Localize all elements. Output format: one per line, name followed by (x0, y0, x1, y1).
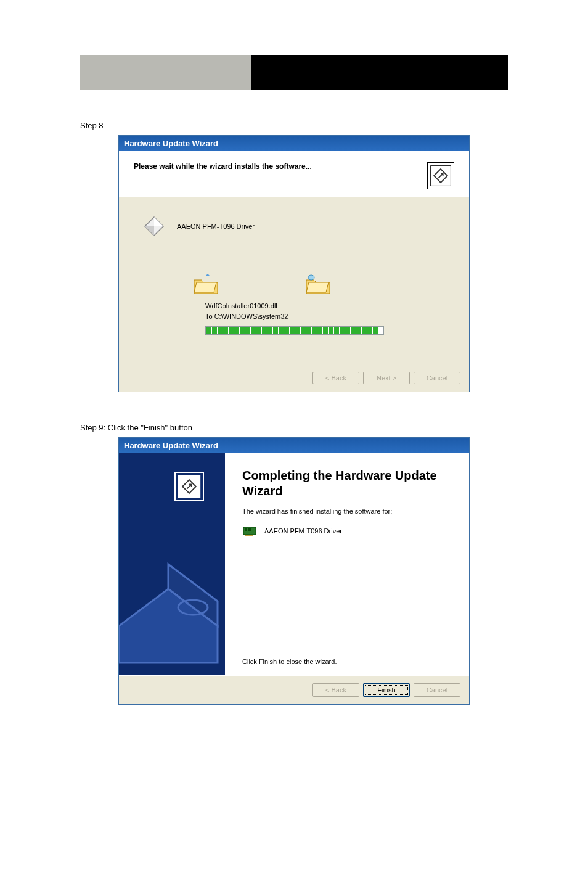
cancel-button: Cancel (414, 372, 460, 384)
device-wizard-icon (427, 162, 454, 189)
finish-button[interactable]: Finish (363, 683, 410, 697)
header-dark-section (251, 55, 508, 90)
wizard-titlebar: Hardware Update Wizard (119, 136, 469, 151)
folder-open-source-icon (193, 274, 219, 296)
step9-suffix: button (170, 423, 192, 432)
driver-row: AAEON PFM-T096 Driver (144, 216, 444, 237)
step9-label: Step 9: Click the "Finish" button (80, 423, 508, 432)
next-button: Next > (363, 372, 410, 384)
step9-prefix: Step 9: Click the (80, 423, 139, 432)
hardware-update-wizard-complete: Hardware Update Wizard Completing the Ha… (118, 437, 470, 705)
svg-rect-6 (248, 528, 251, 531)
svg-point-1 (308, 275, 314, 280)
file-dest: To C:\WINDOWS\system32 (205, 311, 444, 322)
file-name: WdfCoInstaller01009.dll (205, 301, 444, 311)
driver-name: AAEON PFM-T096 Driver (177, 223, 255, 230)
back-button: < Back (312, 372, 359, 384)
wizard-body-complete: Completing the Hardware Update Wizard Th… (119, 453, 469, 675)
sidebar-decoration-icon (119, 540, 225, 675)
back-button: < Back (312, 683, 359, 697)
folder-dest-icon (305, 274, 331, 296)
progress-bar (205, 326, 384, 335)
complete-heading: Completing the Hardware Update Wizard (242, 468, 452, 499)
wizard-sidebar (119, 453, 225, 675)
svg-rect-5 (245, 528, 247, 531)
installed-driver-name: AAEON PFM-T096 Driver (264, 527, 342, 535)
wizard-titlebar: Hardware Update Wizard (119, 438, 469, 453)
transfer-row (193, 274, 444, 296)
wizard-header: Please wait while the wizard installs th… (119, 151, 469, 197)
wizard-body: AAEON PFM-T096 Driver WdfCoInstaller0100… (119, 197, 469, 364)
wizard-main-panel: Completing the Hardware Update Wizard Th… (225, 453, 469, 675)
pci-card-icon (242, 524, 257, 538)
cancel-button: Cancel (414, 683, 460, 697)
installed-driver-row: AAEON PFM-T096 Driver (242, 524, 452, 538)
transfer-file-text: WdfCoInstaller01009.dll To C:\WINDOWS\sy… (205, 301, 444, 321)
finish-instruction: Click Finish to close the wizard. (242, 658, 452, 665)
step8-label: Step 8 (80, 121, 508, 130)
complete-subtext: The wizard has finished installing the s… (242, 507, 452, 515)
wizard-footer: < Back Next > Cancel (119, 364, 469, 392)
hardware-update-wizard-installing: Hardware Update Wizard Please wait while… (118, 135, 470, 392)
wizard-header-text: Please wait while the wizard installs th… (134, 162, 312, 171)
step9-finish-word: "Finish" (141, 423, 168, 432)
page-header (80, 55, 508, 90)
header-light-section (80, 55, 251, 90)
svg-rect-7 (245, 535, 253, 536)
device-wizard-icon (174, 472, 204, 501)
diamond-icon (144, 216, 165, 237)
wizard-footer: < Back Finish Cancel (119, 675, 469, 704)
